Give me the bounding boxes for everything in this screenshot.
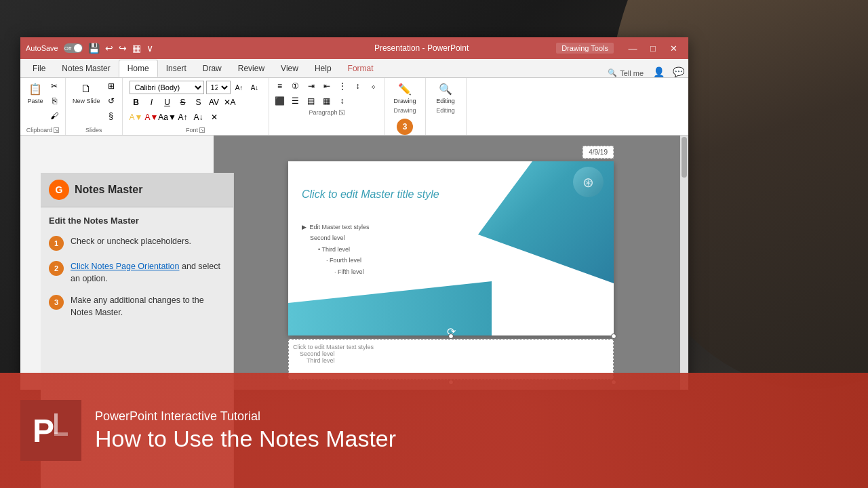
copy-button[interactable]: ⎘	[47, 94, 61, 108]
tab-view[interactable]: View	[273, 60, 307, 77]
subscript-button[interactable]: A↓	[192, 110, 205, 124]
strikethrough-button[interactable]: S	[176, 96, 190, 109]
align-left-button[interactable]: ⬛	[273, 94, 287, 108]
bottom-subtitle: PowerPoint Interactive Tutorial	[95, 409, 396, 424]
step-3-text: Make any additional changes to the Notes…	[71, 294, 225, 319]
ribbon-group-paragraph: ≡ ① ⇥ ⇤ ⋮ ↕ ⬦ ⬛ ☰ ▤ ▦ ↕ Paragraph	[269, 78, 385, 135]
bottom-title: How to Use the Notes Master	[95, 426, 396, 451]
paste-button[interactable]: 📋 Paste	[24, 79, 46, 106]
svg-rect-3	[54, 432, 68, 436]
autosave-off-label: Off	[64, 45, 72, 52]
autosave-toggle[interactable]: Off	[64, 43, 83, 53]
tab-home[interactable]: Home	[119, 60, 158, 77]
col-button[interactable]: ⋮	[336, 79, 349, 93]
handle-top-right[interactable]	[611, 333, 616, 339]
editing-label: Editing	[436, 98, 455, 104]
undo-icon[interactable]: ↩	[105, 43, 113, 54]
body-level3: • Third level	[302, 245, 370, 254]
svg-text:P: P	[33, 413, 54, 449]
new-slide-button[interactable]: 🗋 New Slide	[70, 79, 103, 106]
decrease-indent-button[interactable]: ⇤	[320, 79, 334, 93]
decrease-font-button[interactable]: A↓	[248, 81, 262, 94]
search-area[interactable]: 🔍 Tell me	[602, 68, 649, 77]
align-right-button[interactable]: ▤	[304, 94, 318, 108]
line-spacing-button[interactable]: ↕	[336, 94, 349, 108]
present-icon[interactable]: ▦	[132, 43, 141, 54]
maximize-button[interactable]: □	[644, 41, 663, 55]
section-title: Edit the Notes Master	[49, 216, 225, 226]
step-1-text: Check or uncheck placeholders.	[71, 235, 191, 247]
svg-rect-2	[54, 413, 58, 434]
handle-top-center[interactable]	[448, 333, 454, 339]
slide-title[interactable]: Click to edit Master title style	[302, 188, 439, 201]
drawing-button[interactable]: ✏️ Drawing	[391, 79, 419, 106]
drawing-label: Drawing	[394, 98, 416, 104]
drawing-icon: ✏️	[397, 81, 413, 97]
body-level4: · Fourth level	[302, 256, 370, 265]
close-button[interactable]: ✕	[664, 41, 683, 55]
highlight-button[interactable]: A▼	[130, 110, 143, 124]
text-case-button[interactable]: Aa▼	[161, 110, 174, 124]
numbering-button[interactable]: ①	[289, 79, 302, 93]
cut-button[interactable]: ✂	[47, 79, 61, 93]
redo-icon[interactable]: ↪	[119, 43, 127, 54]
shadow-button[interactable]: S	[192, 96, 205, 109]
scrollbar-vertical[interactable]	[680, 136, 688, 390]
increase-font-button[interactable]: A↑	[233, 81, 246, 94]
section-button[interactable]: §	[104, 109, 118, 123]
bold-button[interactable]: B	[130, 96, 143, 109]
bullets-button[interactable]: ≡	[273, 79, 287, 93]
step-1: 1 Check or uncheck placeholders.	[49, 235, 225, 251]
font-expander[interactable]: ↘	[199, 127, 205, 133]
text-dir-button[interactable]: ↕	[351, 79, 365, 93]
font-color-button[interactable]: A▼	[145, 110, 159, 124]
slide-canvas[interactable]: ⊛ Click to edit Master title style ▶ Edi…	[288, 161, 614, 336]
font-size-select[interactable]: 12	[206, 81, 231, 94]
font-name-select[interactable]: Calibri (Body)	[130, 81, 204, 94]
step-2-text: Click Notes Page Orientation and select …	[71, 260, 225, 285]
convert-button[interactable]: ⬦	[367, 79, 380, 93]
font-extra-button[interactable]: ✕	[208, 110, 221, 124]
ribbon: 📋 Paste ✂ ⎘ 🖌 Clipboard ↘ 🗋 New Slide	[20, 78, 688, 136]
clipboard-content: 📋 Paste ✂ ⎘ 🖌	[24, 79, 61, 125]
notes-line2: Second level	[293, 350, 609, 357]
editing-button[interactable]: 🔍 Editing	[433, 79, 458, 106]
superscript-button[interactable]: A↑	[176, 110, 190, 124]
char-spacing-button[interactable]: AV	[208, 96, 221, 109]
layout-button[interactable]: ⊞	[104, 79, 118, 93]
ribbon-group-font: Calibri (Body) 12 A↑ A↓ B I U S S AV ✕A	[123, 78, 269, 135]
editing-icon: 🔍	[437, 81, 454, 97]
clipboard-expander[interactable]: ↘	[54, 127, 59, 133]
tab-notes-master[interactable]: Notes Master	[54, 60, 118, 77]
tab-help[interactable]: Help	[307, 60, 340, 77]
justify-button[interactable]: ▦	[320, 94, 334, 108]
paragraph-expander[interactable]: ↘	[339, 110, 344, 115]
tab-draw[interactable]: Draw	[195, 60, 230, 77]
step-1-badge: 1	[49, 236, 64, 251]
underline-button[interactable]: U	[161, 96, 174, 109]
customize-icon[interactable]: ∨	[146, 43, 153, 54]
italic-button[interactable]: I	[145, 96, 159, 109]
window-controls: — □ ✕	[623, 41, 683, 55]
gcf-panel-body: Edit the Notes Master 1 Check or uncheck…	[41, 207, 233, 337]
minimize-button[interactable]: —	[623, 41, 642, 55]
gcf-logo: G	[49, 180, 69, 200]
share-icon[interactable]: 👤	[649, 66, 669, 77]
main-content: G Notes Master Edit the Notes Master 1 C…	[20, 136, 688, 390]
slide-logo: ⊛	[573, 167, 604, 197]
title-bar-left: AutoSave Off 💾 ↩ ↪ ▦ ∨	[26, 43, 287, 54]
clear-format-button[interactable]: ✕A	[223, 96, 237, 109]
align-center-button[interactable]: ☰	[289, 94, 302, 108]
reset-button[interactable]: ↺	[104, 94, 118, 108]
tab-file[interactable]: File	[24, 60, 54, 77]
indent-button[interactable]: ⇥	[304, 79, 318, 93]
step-3-badge: 3	[49, 295, 64, 310]
tab-insert[interactable]: Insert	[158, 60, 195, 77]
comment-icon[interactable]: 💬	[669, 66, 688, 77]
slides-content: 🗋 New Slide ⊞ ↺ §	[70, 79, 118, 125]
format-painter-button[interactable]: 🖌	[47, 109, 61, 123]
save-icon[interactable]: 💾	[88, 43, 100, 54]
tab-format[interactable]: Format	[340, 60, 382, 77]
tab-review[interactable]: Review	[230, 60, 273, 77]
step-2-link[interactable]: Click Notes Page Orientation	[71, 262, 180, 271]
